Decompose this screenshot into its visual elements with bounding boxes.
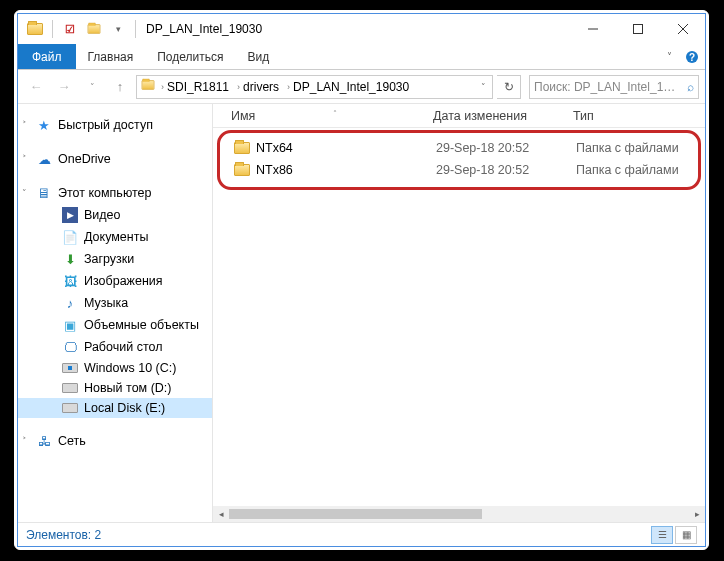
explorer-window: ☑ ▾ DP_LAN_Intel_19030 Файл Главная Поде… <box>17 13 706 547</box>
tab-view[interactable]: Вид <box>235 44 281 69</box>
nav-downloads[interactable]: ⬇Загрузки <box>18 248 212 270</box>
qat-properties-checkbox[interactable]: ☑ <box>59 18 81 40</box>
column-type: Тип <box>573 109 705 123</box>
nav-drive-e[interactable]: Local Disk (E:) <box>18 398 212 418</box>
status-bar: Элементов: 2 ☰ ▦ <box>18 522 705 546</box>
scroll-right-icon[interactable]: ▸ <box>689 509 705 519</box>
nav-recent[interactable]: ˅ <box>80 75 104 99</box>
status-item-count: Элементов: 2 <box>26 528 101 542</box>
list-item[interactable]: NTx86 29-Sep-18 20:52 Папка с файлами <box>220 159 698 181</box>
ribbon-expand[interactable]: ˅ <box>659 44 679 69</box>
minimize-button[interactable] <box>570 14 615 44</box>
search-placeholder: Поиск: DP_LAN_Intel_1… <box>534 80 683 94</box>
highlighted-file-list: NTx64 29-Sep-18 20:52 Папка с файлами NT… <box>217 130 701 190</box>
title-bar: ☑ ▾ DP_LAN_Intel_19030 <box>18 14 705 44</box>
tab-file[interactable]: Файл <box>18 44 76 69</box>
qat-customize[interactable]: ▾ <box>107 18 129 40</box>
nav-pictures[interactable]: 🖼Изображения <box>18 270 212 292</box>
address-bar[interactable]: ›SDI_R1811 ›drivers ›DP_LAN_Intel_19030 … <box>136 75 493 99</box>
window-title: DP_LAN_Intel_19030 <box>146 22 262 36</box>
nav-network[interactable]: ˃🖧Сеть <box>18 430 212 452</box>
breadcrumb: ›SDI_R1811 <box>157 80 233 94</box>
nav-drive-c[interactable]: Windows 10 (C:) <box>18 358 212 378</box>
nav-documents[interactable]: 📄Документы <box>18 226 212 248</box>
nav-videos[interactable]: ▶Видео <box>18 204 212 226</box>
maximize-button[interactable] <box>615 14 660 44</box>
nav-drive-d[interactable]: Новый том (D:) <box>18 378 212 398</box>
sort-indicator-icon: ˄ <box>333 109 337 118</box>
horizontal-scrollbar[interactable]: ◂ ▸ <box>213 506 705 522</box>
scroll-left-icon[interactable]: ◂ <box>213 509 229 519</box>
file-list-pane: Имя˄ Дата изменения Тип NTx64 29-Sep-18 … <box>213 104 705 522</box>
ribbon-tabs: Файл Главная Поделиться Вид ˅ ? <box>18 44 705 70</box>
nav-onedrive[interactable]: ˃☁OneDrive <box>18 148 212 170</box>
breadcrumb: ›drivers <box>233 80 283 94</box>
nav-desktop[interactable]: 🖵Рабочий стол <box>18 336 212 358</box>
svg-text:?: ? <box>689 52 695 63</box>
folder-icon <box>234 142 250 154</box>
folder-icon <box>234 164 250 176</box>
svg-rect-1 <box>633 25 642 34</box>
search-box[interactable]: Поиск: DP_LAN_Intel_1… ⌕ <box>529 75 699 99</box>
help-button[interactable]: ? <box>679 44 705 69</box>
close-button[interactable] <box>660 14 705 44</box>
search-icon: ⌕ <box>687 80 694 94</box>
nav-up[interactable]: ↑ <box>108 75 132 99</box>
nav-music[interactable]: ♪Музыка <box>18 292 212 314</box>
breadcrumb: ›DP_LAN_Intel_19030 <box>283 80 413 94</box>
tab-share[interactable]: Поделиться <box>145 44 235 69</box>
nav-3d-objects[interactable]: ▣Объемные объекты <box>18 314 212 336</box>
app-icon <box>24 18 46 40</box>
column-name: Имя˄ <box>213 109 433 123</box>
address-dropdown[interactable]: ˅ <box>477 82 490 92</box>
column-headers[interactable]: Имя˄ Дата изменения Тип <box>213 104 705 128</box>
view-icons-button[interactable]: ▦ <box>675 526 697 544</box>
address-bar-row: ← → ˅ ↑ ›SDI_R1811 ›drivers ›DP_LAN_Inte… <box>18 70 705 104</box>
nav-forward[interactable]: → <box>52 75 76 99</box>
list-item[interactable]: NTx64 29-Sep-18 20:52 Папка с файлами <box>220 137 698 159</box>
scroll-thumb[interactable] <box>229 509 482 519</box>
view-details-button[interactable]: ☰ <box>651 526 673 544</box>
column-date: Дата изменения <box>433 109 573 123</box>
nav-quick-access[interactable]: ˃★Быстрый доступ <box>18 114 212 136</box>
refresh-button[interactable]: ↻ <box>497 75 521 99</box>
tab-home[interactable]: Главная <box>76 44 146 69</box>
nav-this-pc[interactable]: ˅🖥Этот компьютер <box>18 182 212 204</box>
qat-new-folder[interactable] <box>83 18 105 40</box>
nav-back[interactable]: ← <box>24 75 48 99</box>
navigation-pane: ˃★Быстрый доступ ˃☁OneDrive ˅🖥Этот компь… <box>18 104 213 522</box>
